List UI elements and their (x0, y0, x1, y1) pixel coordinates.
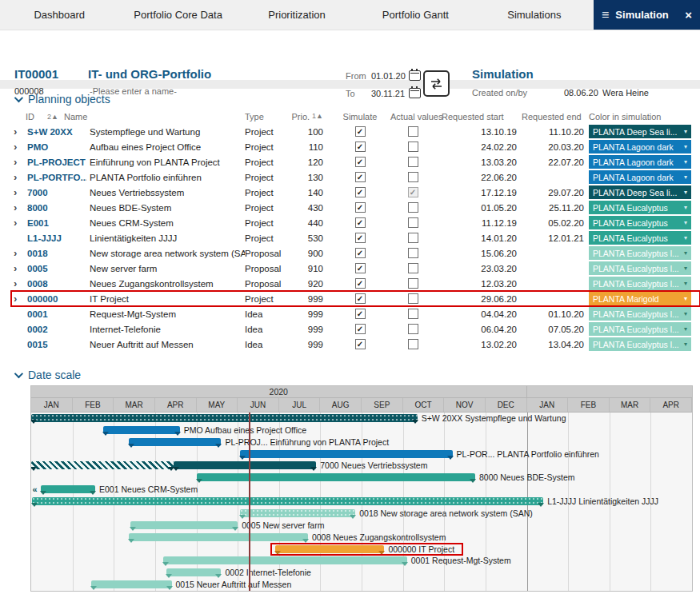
table-row[interactable]: ›000000IT ProjectProject99929.06.20PLANT… (11, 291, 700, 306)
simulate-checkbox[interactable] (355, 172, 366, 182)
simulate-checkbox[interactable] (355, 126, 366, 137)
actual-values-checkbox[interactable] (408, 278, 418, 289)
color-in-simulation-select[interactable]: PLANTA Eucalyptus l...▾ (589, 322, 691, 336)
table-row[interactable]: ›0005New server farmProposal91023.03.20P… (11, 261, 700, 276)
table-row[interactable]: 0015Neuer Auftritt auf MessenIdea99913.0… (11, 337, 700, 352)
column-header-actual-values[interactable]: Actual values (390, 112, 435, 122)
simulate-checkbox[interactable] (355, 278, 366, 289)
nav-tab-dashboard[interactable]: Dashboard (0, 0, 118, 30)
color-in-simulation-select[interactable]: PLANTA Eucalyptus▾ (589, 216, 691, 229)
nav-tab-portfolio-gantt[interactable]: Portfolio Gantt (356, 0, 474, 30)
nav-tab-simulations[interactable]: Simulations (475, 0, 594, 30)
collapse-chevron-icon[interactable] (14, 369, 23, 378)
table-row[interactable]: ›PL-PROJECTEinführung von PLANTA Project… (11, 154, 700, 169)
gantt-bar[interactable] (130, 521, 238, 529)
actual-values-checkbox[interactable] (408, 187, 418, 197)
actual-values-checkbox[interactable] (408, 339, 418, 349)
gantt-bar[interactable] (197, 473, 475, 481)
from-date-value[interactable]: 01.01.20 (371, 71, 406, 81)
tab-simulation-active[interactable]: ≡ Simulation × (594, 0, 700, 30)
color-in-simulation-select[interactable]: PLANTA Marigold▾ (589, 292, 691, 305)
gantt-bar[interactable] (31, 414, 418, 422)
row-expander-icon[interactable]: › (11, 263, 24, 273)
color-in-simulation-select[interactable]: PLANTA Eucalyptus▾ (589, 231, 691, 245)
gantt-bar[interactable] (129, 438, 221, 446)
gantt-bar[interactable] (32, 497, 543, 505)
gantt-bar[interactable] (41, 485, 95, 493)
table-row[interactable]: ›0018New storage area network system (SA… (11, 245, 700, 261)
nav-tab-portfolio-core-data[interactable]: Portfolio Core Data (118, 0, 237, 30)
color-in-simulation-select[interactable]: PLANTA Lagoon dark▾ (589, 155, 691, 169)
actual-values-checkbox[interactable] (408, 263, 418, 273)
table-row[interactable]: ›0008Neues ZugangskontrollsystemProposal… (11, 276, 700, 291)
row-expander-icon[interactable]: › (11, 293, 24, 304)
color-in-simulation-select[interactable]: PLANTA Eucalyptus▾ (589, 201, 691, 214)
table-row[interactable]: ›E001Neues CRM-SystemProject44011.12.190… (11, 215, 700, 230)
gantt-bar[interactable] (174, 461, 316, 469)
actual-values-checkbox[interactable] (408, 309, 418, 319)
gantt-bar[interactable] (103, 426, 180, 434)
close-icon[interactable]: × (685, 9, 692, 21)
row-expander-icon[interactable]: › (11, 278, 24, 289)
color-in-simulation-select[interactable]: PLANTA Lagoon dark▾ (589, 170, 691, 184)
refresh-button[interactable] (423, 70, 450, 97)
color-in-simulation-select[interactable]: PLANTA Eucalyptus l...▾ (589, 261, 691, 275)
actual-values-checkbox[interactable] (408, 126, 418, 137)
table-row[interactable]: ›S+W 20XXSystempflege und WartungProject… (11, 124, 700, 139)
color-in-simulation-select[interactable]: PLANTA Lagoon dark▾ (589, 140, 691, 153)
table-row[interactable]: ›7000Neues VertriebssystemProject14017.1… (11, 185, 700, 200)
table-row[interactable]: ›PL-PORTFO...PLANTA Portfolio einführenP… (11, 169, 700, 185)
simulate-checkbox[interactable] (355, 339, 366, 349)
column-header-color-in-simulation[interactable]: Color in simulation (589, 112, 691, 122)
actual-values-checkbox[interactable] (408, 157, 418, 167)
column-header-simulate[interactable]: Simulate (330, 112, 390, 122)
color-in-simulation-select[interactable]: PLANTA Eucalyptus l...▾ (589, 246, 691, 260)
simulate-checkbox[interactable] (355, 187, 366, 197)
simulate-checkbox[interactable] (355, 293, 366, 304)
color-in-simulation-select[interactable]: PLANTA Eucalyptus l...▾ (589, 277, 691, 290)
portfolio-name-placeholder[interactable]: -Please enter a name- (90, 86, 177, 96)
gantt-bar[interactable] (166, 568, 222, 576)
simulate-checkbox[interactable] (355, 217, 366, 228)
table-row[interactable]: 0002Internet-TelefonieIdea99906.04.2007.… (11, 321, 700, 337)
row-expander-icon[interactable]: › (11, 126, 24, 137)
row-expander-icon[interactable]: › (11, 142, 24, 152)
simulate-checkbox[interactable] (355, 324, 366, 334)
nav-tab-prioritization[interactable]: Prioritization (238, 0, 356, 30)
actual-values-checkbox[interactable] (408, 248, 418, 258)
actual-values-checkbox[interactable] (408, 217, 418, 228)
color-in-simulation-select[interactable]: PLANTA Deep Sea li...▾ (589, 185, 691, 199)
color-in-simulation-select[interactable]: PLANTA Eucalyptus l...▾ (589, 337, 691, 351)
row-expander-icon[interactable]: › (11, 217, 24, 228)
table-row[interactable]: L1-JJJJLinientätigkeiten JJJJProject5301… (11, 230, 700, 245)
row-expander-icon[interactable]: › (11, 187, 24, 197)
table-row[interactable]: ›PMOAufbau eines Project OfficeProject11… (11, 139, 700, 154)
calendar-icon[interactable] (409, 70, 421, 81)
simulate-checkbox[interactable] (355, 248, 366, 258)
column-header-name[interactable]: Name (64, 112, 245, 122)
column-header-requested-end[interactable]: Requested end (522, 112, 589, 122)
row-expander-icon[interactable]: › (11, 248, 24, 258)
actual-values-checkbox[interactable] (408, 233, 418, 243)
gantt-bar[interactable] (31, 461, 174, 469)
row-expander-icon[interactable]: › (11, 172, 24, 182)
column-header-requested-start[interactable]: Requested start (435, 112, 522, 122)
gantt-bar[interactable] (240, 450, 453, 458)
simulate-checkbox[interactable] (355, 309, 366, 319)
color-in-simulation-select[interactable]: PLANTA Deep Sea li...▾ (589, 125, 691, 138)
simulate-checkbox[interactable] (355, 157, 366, 167)
column-header-type[interactable]: Type (245, 112, 291, 122)
color-in-simulation-select[interactable]: PLANTA Eucalyptus l...▾ (589, 307, 691, 321)
simulate-checkbox[interactable] (355, 202, 366, 213)
menu-icon[interactable]: ≡ (602, 9, 609, 22)
row-expander-icon[interactable]: › (11, 157, 24, 167)
gantt-bar[interactable] (129, 533, 308, 541)
gantt-bar[interactable] (240, 509, 356, 517)
gantt-bar[interactable] (163, 556, 407, 564)
table-row[interactable]: ›8000Neues BDE-SystemProject43001.05.202… (11, 200, 700, 215)
simulate-checkbox[interactable] (355, 263, 366, 273)
gantt-bar[interactable] (91, 580, 172, 588)
column-header-prio[interactable]: Prio. 1▲ (291, 112, 330, 122)
actual-values-checkbox[interactable] (408, 142, 418, 152)
actual-values-checkbox[interactable] (408, 324, 418, 334)
